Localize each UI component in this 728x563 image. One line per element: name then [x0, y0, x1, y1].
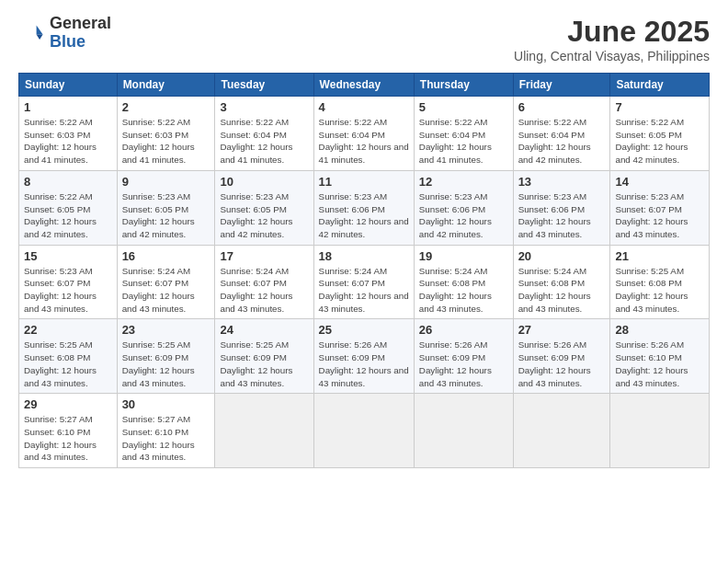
day-info: Sunrise: 5:23 AMSunset: 6:06 PMDaylight:… [518, 191, 591, 239]
col-monday: Monday [117, 74, 215, 97]
day-info: Sunrise: 5:24 AMSunset: 6:08 PMDaylight:… [518, 266, 591, 314]
day-info: Sunrise: 5:24 AMSunset: 6:07 PMDaylight:… [220, 266, 292, 314]
day-info: Sunrise: 5:26 AMSunset: 6:09 PMDaylight:… [518, 339, 591, 387]
day-number: 27 [518, 323, 606, 337]
col-tuesday: Tuesday [215, 74, 313, 97]
table-row: 10 Sunrise: 5:23 AMSunset: 6:05 PMDaylig… [215, 170, 313, 245]
table-row: 3 Sunrise: 5:22 AMSunset: 6:04 PMDayligh… [215, 97, 313, 171]
table-row: 2 Sunrise: 5:22 AMSunset: 6:03 PMDayligh… [117, 97, 215, 171]
table-row [610, 394, 710, 468]
day-info: Sunrise: 5:25 AMSunset: 6:09 PMDaylight:… [122, 339, 195, 387]
table-row: 26 Sunrise: 5:26 AMSunset: 6:09 PMDaylig… [414, 319, 513, 394]
day-number: 13 [518, 175, 606, 189]
day-number: 5 [419, 100, 508, 114]
day-info: Sunrise: 5:22 AMSunset: 6:05 PMDaylight:… [615, 117, 688, 165]
day-number: 29 [24, 397, 112, 411]
logo-blue: Blue [50, 32, 85, 51]
day-info: Sunrise: 5:24 AMSunset: 6:07 PMDaylight:… [122, 266, 195, 314]
day-info: Sunrise: 5:26 AMSunset: 6:09 PMDaylight:… [319, 339, 409, 387]
day-number: 30 [122, 397, 210, 411]
col-wednesday: Wednesday [313, 74, 414, 97]
day-info: Sunrise: 5:27 AMSunset: 6:10 PMDaylight:… [122, 414, 195, 462]
day-number: 7 [615, 100, 704, 114]
table-row: 24 Sunrise: 5:25 AMSunset: 6:09 PMDaylig… [215, 319, 313, 394]
calendar-table: Sunday Monday Tuesday Wednesday Thursday… [18, 73, 710, 468]
day-info: Sunrise: 5:23 AMSunset: 6:05 PMDaylight:… [220, 191, 292, 239]
day-info: Sunrise: 5:23 AMSunset: 6:06 PMDaylight:… [419, 191, 492, 239]
table-row: 27 Sunrise: 5:26 AMSunset: 6:09 PMDaylig… [513, 319, 610, 394]
day-info: Sunrise: 5:25 AMSunset: 6:08 PMDaylight:… [615, 266, 688, 314]
table-row [414, 394, 513, 468]
col-saturday: Saturday [610, 74, 710, 97]
day-info: Sunrise: 5:22 AMSunset: 6:04 PMDaylight:… [319, 117, 409, 165]
day-info: Sunrise: 5:25 AMSunset: 6:09 PMDaylight:… [220, 339, 292, 387]
day-number: 9 [122, 175, 210, 189]
day-number: 25 [319, 323, 409, 337]
calendar-page: General Blue June 2025 Uling, Central Vi… [0, 0, 728, 563]
table-row: 28 Sunrise: 5:26 AMSunset: 6:10 PMDaylig… [610, 319, 710, 394]
table-row: 17 Sunrise: 5:24 AMSunset: 6:07 PMDaylig… [215, 245, 313, 319]
day-number: 14 [615, 175, 704, 189]
table-row: 29 Sunrise: 5:27 AMSunset: 6:10 PMDaylig… [19, 394, 118, 468]
table-row: 22 Sunrise: 5:25 AMSunset: 6:08 PMDaylig… [19, 319, 118, 394]
day-info: Sunrise: 5:22 AMSunset: 6:04 PMDaylight:… [220, 117, 292, 165]
table-row [215, 394, 313, 468]
day-number: 15 [24, 249, 112, 263]
table-row: 7 Sunrise: 5:22 AMSunset: 6:05 PMDayligh… [610, 97, 710, 171]
day-info: Sunrise: 5:23 AMSunset: 6:07 PMDaylight:… [24, 266, 97, 314]
day-number: 21 [615, 249, 704, 263]
table-row: 12 Sunrise: 5:23 AMSunset: 6:06 PMDaylig… [414, 170, 513, 245]
day-number: 19 [419, 249, 508, 263]
day-number: 3 [220, 100, 308, 114]
day-info: Sunrise: 5:24 AMSunset: 6:08 PMDaylight:… [419, 266, 492, 314]
table-row: 15 Sunrise: 5:23 AMSunset: 6:07 PMDaylig… [19, 245, 118, 319]
table-row: 18 Sunrise: 5:24 AMSunset: 6:07 PMDaylig… [313, 245, 414, 319]
logo-icon [18, 20, 44, 46]
table-row: 11 Sunrise: 5:23 AMSunset: 6:06 PMDaylig… [313, 170, 414, 245]
location-subtitle: Uling, Central Visayas, Philippines [514, 49, 710, 63]
svg-marker-0 [37, 25, 43, 34]
day-info: Sunrise: 5:27 AMSunset: 6:10 PMDaylight:… [24, 414, 97, 462]
table-row: 6 Sunrise: 5:22 AMSunset: 6:04 PMDayligh… [513, 97, 610, 171]
table-row: 9 Sunrise: 5:23 AMSunset: 6:05 PMDayligh… [117, 170, 215, 245]
day-number: 8 [24, 175, 112, 189]
day-number: 22 [24, 323, 112, 337]
svg-marker-1 [37, 34, 43, 40]
calendar-header-row: Sunday Monday Tuesday Wednesday Thursday… [19, 74, 710, 97]
day-info: Sunrise: 5:23 AMSunset: 6:06 PMDaylight:… [319, 191, 409, 239]
day-info: Sunrise: 5:25 AMSunset: 6:08 PMDaylight:… [24, 339, 97, 387]
table-row: 5 Sunrise: 5:22 AMSunset: 6:04 PMDayligh… [414, 97, 513, 171]
day-number: 1 [24, 100, 112, 114]
table-row [313, 394, 414, 468]
day-info: Sunrise: 5:23 AMSunset: 6:05 PMDaylight:… [122, 191, 195, 239]
day-info: Sunrise: 5:22 AMSunset: 6:03 PMDaylight:… [122, 117, 195, 165]
table-row: 21 Sunrise: 5:25 AMSunset: 6:08 PMDaylig… [610, 245, 710, 319]
table-row: 13 Sunrise: 5:23 AMSunset: 6:06 PMDaylig… [513, 170, 610, 245]
logo-general: General [50, 14, 111, 32]
table-row: 16 Sunrise: 5:24 AMSunset: 6:07 PMDaylig… [117, 245, 215, 319]
month-title: June 2025 [514, 15, 710, 49]
day-info: Sunrise: 5:22 AMSunset: 6:04 PMDaylight:… [419, 117, 492, 165]
day-number: 28 [615, 323, 704, 337]
logo: General Blue [18, 15, 111, 52]
day-number: 10 [220, 175, 308, 189]
table-row: 19 Sunrise: 5:24 AMSunset: 6:08 PMDaylig… [414, 245, 513, 319]
day-info: Sunrise: 5:24 AMSunset: 6:07 PMDaylight:… [319, 266, 409, 314]
table-row: 30 Sunrise: 5:27 AMSunset: 6:10 PMDaylig… [117, 394, 215, 468]
table-row [513, 394, 610, 468]
day-number: 26 [419, 323, 508, 337]
table-row: 8 Sunrise: 5:22 AMSunset: 6:05 PMDayligh… [19, 170, 118, 245]
day-number: 23 [122, 323, 210, 337]
header: General Blue June 2025 Uling, Central Vi… [18, 15, 710, 63]
col-friday: Friday [513, 74, 610, 97]
title-block: June 2025 Uling, Central Visayas, Philip… [514, 15, 710, 63]
day-number: 18 [319, 249, 409, 263]
logo-text: General Blue [50, 15, 111, 52]
table-row: 1 Sunrise: 5:22 AMSunset: 6:03 PMDayligh… [19, 97, 118, 171]
table-row: 23 Sunrise: 5:25 AMSunset: 6:09 PMDaylig… [117, 319, 215, 394]
day-info: Sunrise: 5:22 AMSunset: 6:04 PMDaylight:… [518, 117, 591, 165]
day-info: Sunrise: 5:22 AMSunset: 6:05 PMDaylight:… [24, 191, 97, 239]
day-number: 4 [319, 100, 409, 114]
day-info: Sunrise: 5:22 AMSunset: 6:03 PMDaylight:… [24, 117, 97, 165]
day-number: 12 [419, 175, 508, 189]
